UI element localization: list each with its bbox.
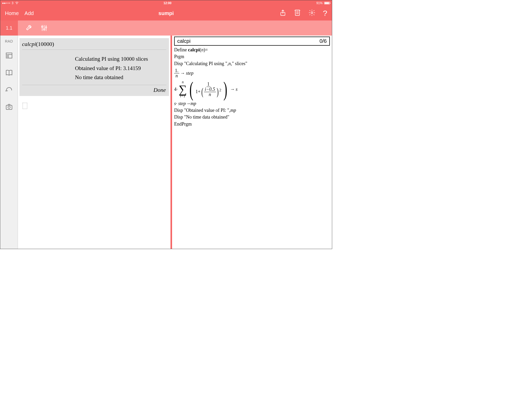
svg-point-3 — [311, 12, 313, 13]
wifi-icon — [15, 1, 19, 5]
document-icon[interactable] — [294, 9, 301, 18]
carrier-label: 3 — [12, 1, 13, 5]
svg-rect-2 — [295, 10, 299, 15]
program-editor-pane[interactable]: calcpi 0/6 Define calcpi(n)= Prgm Disp "… — [172, 36, 332, 249]
signal-dots-icon — [2, 3, 10, 4]
svg-rect-8 — [6, 54, 8, 58]
history-input: calcpi(10000) — [22, 40, 166, 50]
home-button[interactable]: Home — [5, 10, 19, 16]
sliders-icon[interactable] — [40, 24, 48, 32]
battery-pct: 91% — [316, 1, 323, 5]
page-tab[interactable]: 1.1 — [0, 20, 18, 36]
calculator-pane[interactable]: calcpi(10000) Calculating PI using 10000… — [18, 36, 172, 249]
code-line: Prgm — [174, 53, 330, 60]
code-line: Define calcpi(n)= — [174, 47, 330, 53]
editor-program-name: calcpi — [177, 38, 190, 44]
editor-body[interactable]: Define calcpi(n)= Prgm Disp "Calculating… — [172, 46, 332, 127]
gear-icon[interactable] — [308, 9, 316, 18]
code-line: Disp "Calculating PI using ",n," slices" — [174, 60, 330, 67]
book-icon[interactable] — [5, 69, 13, 78]
history-output: Calculating PI using 10000 slices Obtain… — [22, 50, 166, 85]
svg-point-10 — [8, 106, 10, 108]
svg-point-6 — [45, 27, 47, 28]
editor-header[interactable]: calcpi 0/6 — [174, 37, 330, 46]
battery-icon — [324, 2, 330, 4]
side-rail: RAD — [0, 36, 18, 249]
history-entry[interactable]: calcpi(10000) Calculating PI using 10000… — [19, 38, 169, 96]
code-line: Disp "No time data obtained" — [174, 114, 330, 120]
share-icon[interactable] — [279, 9, 287, 18]
layout-icon[interactable] — [5, 52, 13, 60]
code-line: EndPrgm — [174, 121, 330, 127]
code-line: s· step→mp — [174, 100, 330, 107]
code-line: 4· n ∑ i=1 ( 1 1+ ( — [174, 80, 330, 99]
camera-icon[interactable] — [5, 103, 13, 112]
document-title: sumpi — [83, 10, 249, 16]
input-cursor[interactable] — [23, 103, 27, 109]
wrench-icon[interactable] — [25, 24, 33, 32]
code-line: Disp "Obtained value of PI: ",mp — [174, 107, 330, 113]
undo-icon[interactable] — [5, 86, 13, 95]
status-bar: 3 12:00 91% — [0, 0, 332, 6]
svg-point-4 — [42, 26, 43, 27]
help-icon[interactable]: ? — [323, 9, 327, 18]
svg-point-5 — [44, 29, 45, 30]
nav-bar: Home Add sumpi ? — [0, 6, 332, 20]
svg-point-0 — [17, 3, 17, 4]
secondary-toolbar: 1.1 — [0, 20, 332, 36]
angle-mode-label[interactable]: RAD — [5, 39, 13, 43]
history-status: Done — [22, 85, 166, 94]
clock: 12:00 — [163, 1, 172, 5]
editor-position: 0/6 — [319, 38, 327, 44]
add-button[interactable]: Add — [24, 10, 34, 16]
code-line: 1. n → step — [174, 68, 330, 78]
